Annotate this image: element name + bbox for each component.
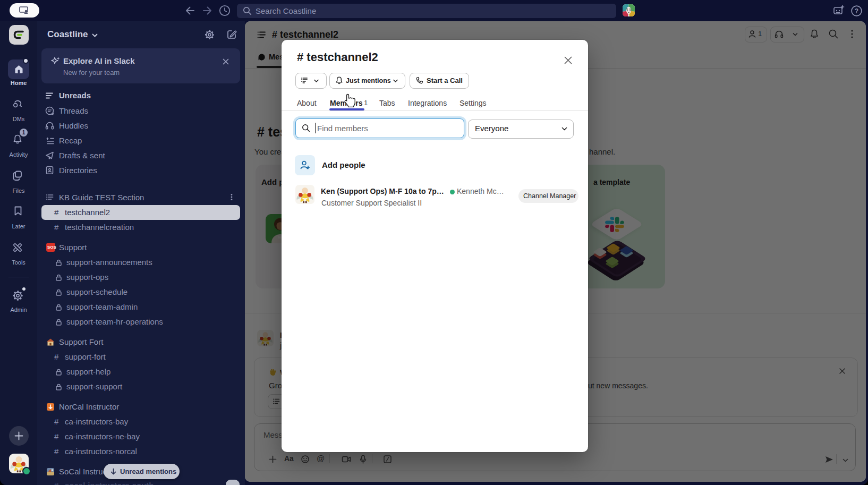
svg-text:?: ? [855, 7, 858, 15]
